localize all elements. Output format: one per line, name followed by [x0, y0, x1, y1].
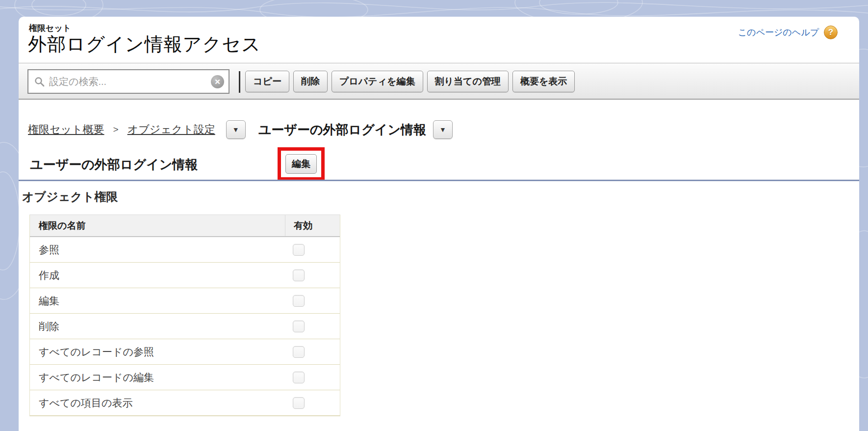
- enabled-checkbox: [293, 295, 305, 307]
- page-title: 外部ログイン情報アクセス: [28, 32, 261, 57]
- table-row: 編集: [30, 288, 340, 314]
- enabled-checkbox: [293, 269, 305, 281]
- enabled-checkbox: [293, 372, 305, 383]
- breadcrumb-current-item: ユーザーの外部ログイン情報: [258, 121, 426, 138]
- clear-search-icon[interactable]: ✕: [211, 75, 224, 88]
- breadcrumb-link-object-settings[interactable]: オブジェクト設定: [128, 122, 215, 137]
- permission-name: すべてのレコードの参照: [30, 345, 285, 359]
- column-header-permission-name: 権限の名前: [30, 219, 285, 232]
- chevron-down-icon[interactable]: ▼: [433, 120, 453, 139]
- permission-name: すべてのレコードの編集: [30, 371, 285, 384]
- table-row: すべてのレコードの参照: [30, 339, 340, 365]
- permission-name: すべての項目の表示: [30, 396, 285, 410]
- search-icon: [34, 77, 45, 87]
- breadcrumb-link-permission-set-overview[interactable]: 権限セット概要: [28, 122, 104, 137]
- toolbar: ✕ コピー 削除 プロパティを編集 割り当ての管理 概要を表示: [19, 63, 859, 100]
- enabled-checkbox: [293, 397, 305, 409]
- section-divider: [19, 180, 859, 181]
- help-area: このページのヘルプ ?: [738, 26, 838, 39]
- enabled-checkbox: [293, 321, 305, 332]
- table-row: 作成: [30, 263, 340, 288]
- table-row: 参照: [30, 237, 340, 263]
- chevron-down-icon[interactable]: ▼: [226, 120, 246, 139]
- table-row: 削除: [30, 314, 340, 339]
- annotation-highlight-box: 編集: [278, 147, 325, 181]
- edit-button[interactable]: 編集: [285, 154, 317, 174]
- section-heading: ユーザーの外部ログイン情報: [30, 156, 198, 173]
- table-row: すべての項目の表示: [30, 390, 340, 416]
- permission-name: 作成: [30, 269, 285, 282]
- help-for-page-link[interactable]: このページのヘルプ: [738, 27, 819, 38]
- breadcrumb: 権限セット概要 > オブジェクト設定 ▼ ユーザーの外部ログイン情報 ▼: [28, 120, 453, 139]
- permission-name: 編集: [30, 294, 285, 308]
- action-button-row: コピー 削除 プロパティを編集 割り当ての管理 概要を表示: [245, 71, 575, 92]
- toolbar-divider: [239, 71, 240, 93]
- help-question-icon[interactable]: ?: [824, 26, 838, 39]
- setup-search-box: ✕: [27, 69, 230, 94]
- search-input[interactable]: [49, 76, 211, 87]
- manage-assignments-button[interactable]: 割り当ての管理: [427, 71, 509, 92]
- delete-button[interactable]: 削除: [293, 71, 328, 92]
- table-header-row: 権限の名前 有効: [30, 215, 340, 237]
- enabled-checkbox: [293, 244, 305, 256]
- setup-content-card: 権限セット 外部ログイン情報アクセス このページのヘルプ ? ✕ コピー 削除 …: [19, 17, 859, 431]
- view-summary-button[interactable]: 概要を表示: [512, 71, 575, 92]
- edit-properties-button[interactable]: プロパティを編集: [332, 71, 423, 92]
- object-permissions-table: 権限の名前 有効 参照 作成 編集 削除: [29, 215, 340, 416]
- table-row: すべてのレコードの編集: [30, 365, 340, 390]
- column-header-enabled: 有効: [285, 215, 340, 236]
- object-permissions-heading: オブジェクト権限: [22, 189, 118, 205]
- enabled-checkbox: [293, 346, 305, 358]
- breadcrumb-separator: >: [113, 124, 119, 135]
- permission-name: 参照: [30, 243, 285, 257]
- clone-button[interactable]: コピー: [245, 71, 289, 92]
- permission-name: 削除: [30, 320, 285, 333]
